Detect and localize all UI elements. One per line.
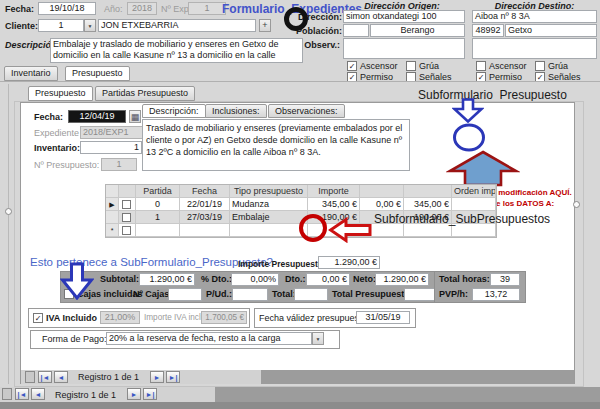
- dto-field[interactable]: 0,00 €: [306, 273, 350, 286]
- row-selector[interactable]: ▶: [106, 198, 119, 211]
- subsub-title-annotation: Subformulario_SubPresupuestos: [374, 212, 550, 226]
- subtotal-label: Subtotal:: [100, 274, 139, 284]
- observ-label: Observ.:: [303, 40, 340, 50]
- row-selector-new[interactable]: *: [106, 224, 119, 237]
- selection-handle-right[interactable]: [573, 201, 580, 208]
- main-nav-last-button[interactable]: ►|: [143, 388, 157, 400]
- tab-detail-inclusiones[interactable]: Inclusiones:: [205, 104, 267, 118]
- validez-field[interactable]: 31/05/19: [356, 311, 410, 324]
- destino-ascensor-checkbox[interactable]: [476, 61, 486, 71]
- cell-partida[interactable]: 0: [136, 198, 180, 211]
- subform-record-counter: Registro 1 de 1: [78, 372, 139, 382]
- origen-observ-field[interactable]: [343, 38, 465, 59]
- row-selector[interactable]: [106, 211, 119, 224]
- num-cajas-label: Nº Cajas:: [133, 289, 172, 299]
- iva-incluido-label: IVA Incluido: [46, 313, 97, 323]
- tab-inventario[interactable]: Inventario: [4, 66, 58, 81]
- tab-partidas-presupuesto[interactable]: Partidas Presupuesto: [95, 86, 195, 101]
- cell-tipo[interactable]: Embalaje: [230, 211, 308, 224]
- importe-iva-field: 1.700,05 €: [201, 311, 247, 324]
- add-cliente-button[interactable]: +: [259, 19, 271, 32]
- access-form-window: Fecha: 19/10/18 Año: 2018 Nº Exp 1 Formu…: [0, 0, 600, 409]
- blue-down-arrow2-shape: [60, 262, 94, 300]
- cell-fecha[interactable]: [180, 224, 230, 237]
- budget-fecha-field[interactable]: 12/04/19: [68, 110, 126, 123]
- tab-budget-presupuesto[interactable]: Presupuesto: [28, 86, 93, 101]
- num-exp-label: Nº Exp: [161, 4, 189, 14]
- cell-partida[interactable]: [136, 224, 180, 237]
- cell-dto[interactable]: 0,00 €: [360, 198, 404, 211]
- calendar-icon[interactable]: ▦: [129, 110, 141, 123]
- main-record-counter: Registro 1 de 1: [55, 390, 116, 400]
- subform-nav-next-button[interactable]: ►: [150, 371, 164, 383]
- destino-observ-field[interactable]: [472, 38, 597, 59]
- col-partida-header: Partida: [136, 185, 180, 198]
- cliente-nombre-field[interactable]: JON ETXEBARRIA: [98, 19, 256, 32]
- origen-ascensor-checkbox[interactable]: ✓: [347, 61, 357, 71]
- num-exp-field: 1: [188, 2, 226, 15]
- subform-nav-prev-button[interactable]: ◄: [54, 371, 68, 383]
- origen-direccion-field[interactable]: simon otxandategi 100: [343, 10, 465, 23]
- col-fecha-header: Fecha: [180, 185, 230, 198]
- pct-dto-field[interactable]: 0,00%: [231, 273, 279, 286]
- cell-importe[interactable]: 345,00 €: [308, 198, 360, 211]
- dto-label: Dto.:: [285, 274, 306, 284]
- fecha-field[interactable]: 19/10/18: [38, 2, 96, 15]
- iva-incluido-checkbox[interactable]: ✓: [33, 313, 43, 323]
- cell-partida[interactable]: 1: [136, 211, 180, 224]
- cliente-id-field[interactable]: 1: [38, 19, 84, 32]
- subtotal-field: 1.290,00 €: [139, 273, 195, 286]
- forma-pago-dropdown-icon[interactable]: ▼: [312, 332, 324, 345]
- row-checkbox[interactable]: [119, 198, 136, 211]
- row-checkbox[interactable]: [119, 211, 136, 224]
- origen-poblacion-field[interactable]: Berango: [370, 24, 465, 37]
- blue-up-arrow-shape: [446, 150, 520, 187]
- cell-tipo[interactable]: Mudanza: [230, 198, 308, 211]
- descripcion-field[interactable]: Embalaje y traslado de mobiliario y ense…: [50, 38, 303, 63]
- importe-presupuesto-field: 1.290,00 €: [318, 256, 380, 269]
- pct-dto-label: % Dto.:: [201, 274, 232, 284]
- tab-presupuesto[interactable]: Presupuesto: [65, 66, 130, 81]
- origen-grua-checkbox[interactable]: [406, 61, 416, 71]
- inventario-field[interactable]: 1: [80, 141, 142, 154]
- forma-pago-field[interactable]: 20% a la reserva de fecha, resto a la ca…: [106, 332, 312, 345]
- subform-nav-last-button[interactable]: ►|: [166, 371, 180, 383]
- validez-label: Fecha válidez presupuesto:: [259, 313, 369, 323]
- destino-cp-field[interactable]: 48992: [472, 24, 504, 37]
- cell-fecha[interactable]: 27/03/19: [180, 211, 230, 224]
- main-nav-corner-icon: [2, 388, 12, 400]
- cliente-label: Cliente:: [5, 21, 38, 31]
- subform-title-annotation: Subformulario_Presupuesto: [405, 88, 580, 102]
- num-cajas-field[interactable]: [168, 288, 202, 301]
- main-nav-next-button[interactable]: ►: [127, 388, 141, 400]
- destino-grua-checkbox[interactable]: [535, 61, 545, 71]
- col-importe-header: Importe: [308, 185, 360, 198]
- p-ud-field[interactable]: [232, 288, 268, 301]
- subform-nav-corner-icon: [25, 371, 35, 383]
- main-nav-first-button[interactable]: |◄: [15, 388, 29, 400]
- cell-orden[interactable]: [452, 198, 496, 211]
- origen-cp-field[interactable]: [343, 24, 369, 37]
- destino-ascensor-label: Ascensor: [489, 61, 527, 71]
- cell-tipo[interactable]: [230, 224, 308, 237]
- budget-descripcion-field[interactable]: Traslado de mobiliario y enseres (previa…: [142, 119, 410, 171]
- num-presupuesto-label: Nº Presupuesto:: [34, 160, 99, 170]
- row-checkbox[interactable]: [119, 224, 136, 237]
- subform-nav-first-button[interactable]: |◄: [38, 371, 52, 383]
- main-nav-prev-button[interactable]: ◄: [31, 388, 45, 400]
- expediente-label: Expediente: [34, 128, 79, 138]
- col-orden-header: Orden impre: [452, 185, 496, 198]
- tab-detail-descripcion[interactable]: Descripción:: [142, 104, 206, 118]
- cell-fecha[interactable]: 22/01/19: [180, 198, 230, 211]
- cliente-dropdown-icon[interactable]: ▼: [84, 19, 96, 32]
- tab-detail-observaciones[interactable]: Observaciones:: [268, 104, 345, 118]
- destino-direccion-field[interactable]: Aiboa nº 8 3A: [472, 10, 597, 23]
- budget-fecha-label: Fecha:: [34, 112, 63, 122]
- forma-pago-label: Forma de Pago:: [42, 334, 107, 344]
- destino-poblacion-field[interactable]: Getxo: [505, 24, 597, 37]
- total-field[interactable]: [294, 288, 328, 301]
- selection-handle-left[interactable]: [5, 208, 12, 215]
- p-ud-label: P/Ud.:: [206, 289, 232, 299]
- table-corner: [106, 185, 119, 198]
- cell-total[interactable]: 345,00 €: [404, 198, 452, 211]
